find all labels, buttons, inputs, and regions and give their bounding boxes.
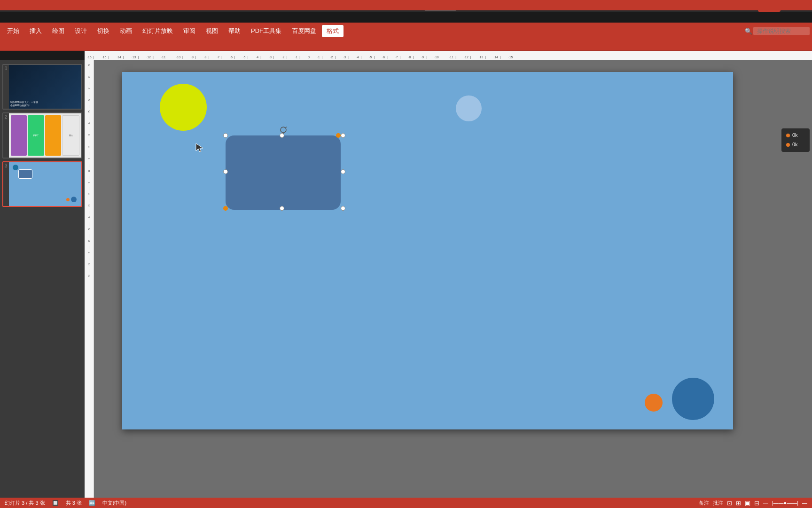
- handle-bm[interactable]: [280, 206, 284, 211]
- orange-circle-shape[interactable]: [645, 394, 663, 412]
- menu-format[interactable]: 格式: [322, 25, 344, 37]
- main-canvas-area[interactable]: 0k 0k: [94, 60, 812, 498]
- zoom-separator: —: [763, 500, 768, 506]
- statusbar-left: 幻灯片 3 / 共 3 张 🔲 共 3 张 🔤 中文(中国): [5, 500, 126, 507]
- position-popup: 0k 0k: [781, 128, 810, 152]
- menu-draw[interactable]: 绘图: [47, 25, 69, 37]
- slide-thumb-2[interactable]: 2 PPT Rit: [2, 112, 82, 158]
- menubar: 开始 插入 绘图 设计 切换 动画 幻灯片放映 审阅 视图 帮助 PDF工具集 …: [0, 23, 812, 40]
- handle-mr[interactable]: [341, 169, 345, 174]
- view-presenter-icon[interactable]: ⊟: [754, 500, 759, 507]
- vertical-ruler: ·9 | ·8 | ·7 | ·6 | ·5 | ·4 | ·3 | ·2 | …: [85, 60, 94, 498]
- menu-transitions[interactable]: 切换: [93, 25, 114, 37]
- menu-view[interactable]: 视图: [201, 25, 223, 37]
- slide-count-text: 共 3 张: [66, 500, 82, 507]
- search-icon: 🔍: [745, 28, 752, 35]
- menu-baidu[interactable]: 百度网盘: [287, 25, 321, 37]
- pos-y-label: 0k: [792, 140, 798, 150]
- blue-rounded-rect[interactable]: [226, 135, 341, 210]
- cursor-pointer: [195, 143, 204, 152]
- menu-slideshow[interactable]: 幻灯片放映: [138, 25, 178, 37]
- drawing-tools-strip: [0, 0, 812, 10]
- svg-marker-0: [196, 143, 203, 152]
- menu-design[interactable]: 设计: [70, 25, 92, 37]
- svg-point-1: [281, 127, 286, 133]
- slide-thumb-3[interactable]: 3: [2, 161, 82, 207]
- zoom-slider[interactable]: |——●——|: [772, 500, 798, 506]
- menu-help[interactable]: 帮助: [224, 25, 245, 37]
- statusbar: 幻灯片 3 / 共 3 张 🔲 共 3 张 🔤 中文(中国) 备注 批注 ⊡ ⊞…: [0, 498, 812, 508]
- menu-pdf[interactable]: PDF工具集: [246, 25, 286, 37]
- menu-animations[interactable]: 动画: [115, 25, 137, 37]
- handle-tl[interactable]: [223, 133, 228, 138]
- pos-x-label: 0k: [792, 131, 798, 140]
- horizontal-ruler: ·16 | ·15 | ·14 | ·13 | ·12 | ·11 | ·10 …: [85, 51, 812, 60]
- handle-ml[interactable]: [223, 169, 228, 174]
- zoom-level: —: [802, 500, 807, 506]
- large-blue-circle-shape[interactable]: [672, 378, 714, 420]
- slide-canvas: [122, 72, 733, 429]
- view-normal-icon[interactable]: ⊡: [727, 500, 732, 507]
- rotation-handle[interactable]: [279, 126, 286, 134]
- handle-tr-orange[interactable]: [336, 133, 341, 138]
- handle-tr[interactable]: [341, 133, 345, 138]
- search-input[interactable]: [753, 27, 810, 35]
- yellow-circle-shape[interactable]: [160, 84, 207, 131]
- view-grid-icon[interactable]: ⊞: [736, 500, 741, 507]
- notes-icon[interactable]: 🔲: [52, 500, 59, 506]
- slide-panel: 1 制作PPT神级卡片，一学就会的PPT动画技巧！ 2 PPT Rit 3: [0, 60, 85, 508]
- lightblue-circle-shape[interactable]: [456, 95, 482, 121]
- view-reading-icon[interactable]: ▣: [745, 500, 750, 507]
- slide-thumb-1[interactable]: 1 制作PPT神级卡片，一学就会的PPT动画技巧！: [2, 64, 82, 110]
- menu-insert[interactable]: 插入: [25, 25, 47, 37]
- statusbar-right: 备注 批注 ⊡ ⊞ ▣ ⊟ — |——●——| —: [699, 500, 807, 507]
- menu-home[interactable]: 开始: [2, 25, 24, 37]
- comments-btn[interactable]: 批注: [713, 500, 723, 507]
- menu-review[interactable]: 审阅: [179, 25, 200, 37]
- slide-info: 幻灯片 3 / 共 3 张: [5, 500, 45, 507]
- handle-br[interactable]: [341, 206, 345, 211]
- language-text: 中文(中国): [102, 500, 126, 507]
- language-indicator: 🔤: [89, 500, 95, 506]
- notes-btn[interactable]: 备注: [699, 500, 709, 507]
- handle-bl-orange[interactable]: [223, 206, 228, 211]
- handle-tm[interactable]: [280, 133, 284, 138]
